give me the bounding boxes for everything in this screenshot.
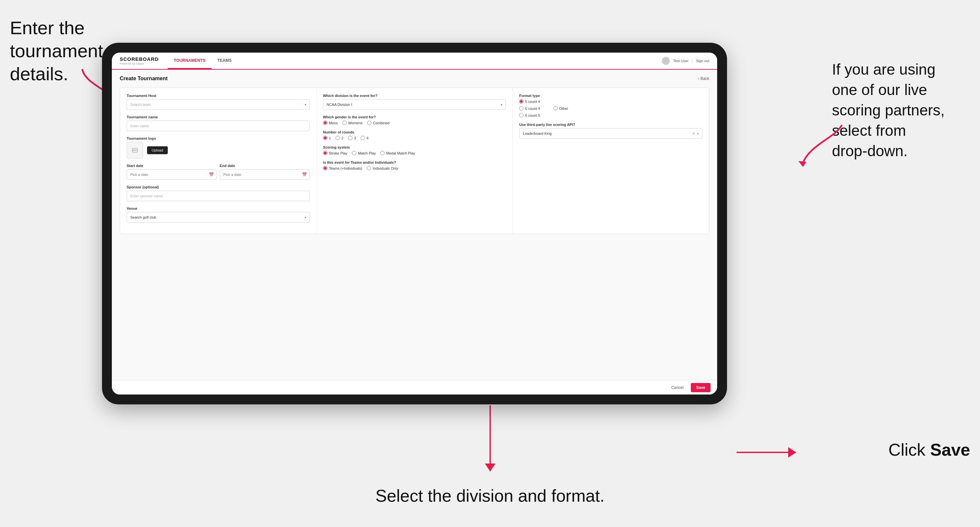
- navbar: SCOREBOARD Powered by clippit TOURNAMENT…: [112, 52, 717, 70]
- live-scoring-actions: ✕ ▾: [692, 132, 699, 136]
- left-panel: Tournament Host Tournament name: [120, 88, 317, 234]
- save-bold-label: Save: [930, 440, 970, 459]
- format-type-group: Format type 5 count 4 6 count 4: [519, 94, 702, 117]
- user-name: Test User: [673, 59, 688, 63]
- start-date-group: Start date 📅: [127, 164, 216, 180]
- form-container: Create Tournament Back Tournament Host: [112, 70, 717, 380]
- tournament-name-label: Tournament name: [127, 115, 310, 119]
- gender-radio-group: Mens Womens Combined: [323, 121, 506, 125]
- event-individuals[interactable]: Individuals Only: [367, 166, 398, 170]
- sponsor-input[interactable]: [127, 190, 310, 201]
- logo-area: Upload: [127, 142, 310, 159]
- format-col-left: 5 count 4 6 count 4 6 count 5: [519, 99, 540, 117]
- tab-tournaments[interactable]: TOURNAMENTS: [168, 52, 211, 69]
- rounds-label: Number of rounds: [323, 130, 506, 134]
- live-scoring-label: Use third-party live scoring API?: [519, 123, 702, 127]
- tournament-logo-label: Tournament logo: [127, 137, 310, 140]
- brand-sub: Powered by clippit: [120, 62, 159, 65]
- save-button[interactable]: Save: [691, 383, 711, 392]
- back-link[interactable]: Back: [698, 76, 709, 81]
- sponsor-group: Sponsor (optional): [127, 185, 310, 201]
- upload-button[interactable]: Upload: [147, 146, 168, 154]
- sponsor-label: Sponsor (optional): [127, 185, 310, 189]
- venue-label: Venue: [127, 206, 310, 210]
- event-type-group: Is this event for Teams and/or Individua…: [323, 160, 506, 170]
- event-teams[interactable]: Teams (+Individuals): [323, 166, 362, 170]
- cancel-button[interactable]: Cancel: [668, 383, 687, 392]
- annotation-bottomright: Click Save: [888, 439, 970, 461]
- start-date-label: Start date: [127, 164, 216, 168]
- event-type-label: Is this event for Teams and/or Individua…: [323, 160, 506, 164]
- date-row: Start date 📅 End date 📅: [127, 164, 310, 185]
- format-5count4[interactable]: 5 count 4: [519, 99, 540, 103]
- rounds-2[interactable]: 2: [336, 136, 344, 140]
- rounds-1[interactable]: 1: [323, 136, 331, 140]
- footer-bar: Cancel Save: [112, 380, 717, 395]
- format-6count4[interactable]: 6 count 4: [519, 106, 540, 111]
- scoring-match[interactable]: Match Play: [352, 151, 376, 155]
- tournament-name-input[interactable]: [127, 121, 310, 131]
- scoring-radio-group: Stroke Play Match Play Medal Match Play: [323, 151, 506, 155]
- rounds-group: Number of rounds 1 2 3: [323, 130, 506, 140]
- tab-teams[interactable]: TEAMS: [212, 52, 238, 69]
- rounds-radio-group: 1 2 3 4: [323, 136, 506, 140]
- scoring-group: Scoring system Stroke Play Match Play Me…: [323, 145, 506, 155]
- navbar-right: Test User | Sign out: [662, 57, 709, 65]
- division-select[interactable]: NCAA Division I: [323, 99, 506, 110]
- end-date-input[interactable]: [220, 169, 310, 180]
- event-type-radio-group: Teams (+Individuals) Individuals Only: [323, 166, 506, 170]
- form-panels: Tournament Host Tournament name: [120, 87, 709, 234]
- venue-select[interactable]: Search golf club: [127, 212, 310, 222]
- page-content: Create Tournament Back Tournament Host: [112, 70, 717, 380]
- end-date-group: End date 📅: [220, 164, 310, 180]
- tournament-logo-group: Tournament logo Upload: [127, 137, 310, 159]
- rounds-4[interactable]: 4: [361, 136, 368, 140]
- arrow-bottomright: [737, 452, 796, 453]
- nav-tabs: TOURNAMENTS TEAMS: [168, 52, 237, 69]
- format-row: 5 count 4 6 count 4 6 count 5: [519, 99, 702, 117]
- tablet-frame: SCOREBOARD Powered by clippit TOURNAMENT…: [102, 43, 727, 404]
- right-panel: Format type 5 count 4 6 count 4: [512, 88, 709, 234]
- format-other-col: Other: [553, 106, 568, 111]
- start-date-input[interactable]: [127, 169, 216, 180]
- scoring-stroke[interactable]: Stroke Play: [323, 151, 347, 155]
- live-scoring-chevron-icon[interactable]: ▾: [697, 132, 699, 135]
- tournament-host-input[interactable]: [127, 99, 310, 110]
- live-scoring-field[interactable]: Leaderboard King ✕ ▾: [519, 128, 702, 139]
- gender-combined[interactable]: Combined: [367, 121, 390, 125]
- separator: |: [692, 59, 693, 63]
- live-scoring-value: Leaderboard King: [523, 132, 692, 135]
- sign-out-link[interactable]: Sign out: [696, 59, 709, 63]
- brand: SCOREBOARD Powered by clippit: [120, 57, 159, 65]
- tournament-host-group: Tournament Host: [127, 94, 310, 110]
- gender-mens[interactable]: Mens: [323, 121, 338, 125]
- scoring-medal-match[interactable]: Medal Match Play: [380, 151, 415, 155]
- middle-panel: Which division is the event for? NCAA Di…: [317, 88, 513, 234]
- gender-womens[interactable]: Womens: [342, 121, 363, 125]
- format-6count5[interactable]: 6 count 5: [519, 113, 540, 117]
- tournament-host-label: Tournament Host: [127, 94, 310, 98]
- end-date-label: End date: [220, 164, 310, 168]
- division-group: Which division is the event for? NCAA Di…: [323, 94, 506, 110]
- live-scoring-clear[interactable]: ✕: [692, 132, 695, 136]
- brand-main: SCOREBOARD: [120, 57, 159, 62]
- rounds-3[interactable]: 3: [348, 136, 356, 140]
- page-title: Create Tournament: [120, 76, 168, 81]
- live-scoring-group: Use third-party live scoring API? Leader…: [519, 123, 702, 139]
- annotation-bottom: Select the division and format.: [375, 485, 605, 507]
- arrow-bottom: [490, 405, 491, 471]
- format-type-label: Format type: [519, 94, 702, 98]
- division-label: Which division is the event for?: [323, 94, 506, 98]
- format-other[interactable]: Other: [553, 106, 568, 111]
- gender-label: Which gender is the event for?: [323, 115, 506, 119]
- svg-marker-1: [799, 161, 806, 167]
- logo-placeholder: [127, 142, 143, 159]
- venue-group: Venue Search golf club: [127, 206, 310, 222]
- avatar: [662, 57, 670, 65]
- gender-group: Which gender is the event for? Mens Wome…: [323, 115, 506, 125]
- scoring-label: Scoring system: [323, 145, 506, 149]
- tablet-screen: SCOREBOARD Powered by clippit TOURNAMENT…: [112, 52, 717, 395]
- tournament-name-group: Tournament name: [127, 115, 310, 131]
- form-header: Create Tournament Back: [120, 76, 709, 81]
